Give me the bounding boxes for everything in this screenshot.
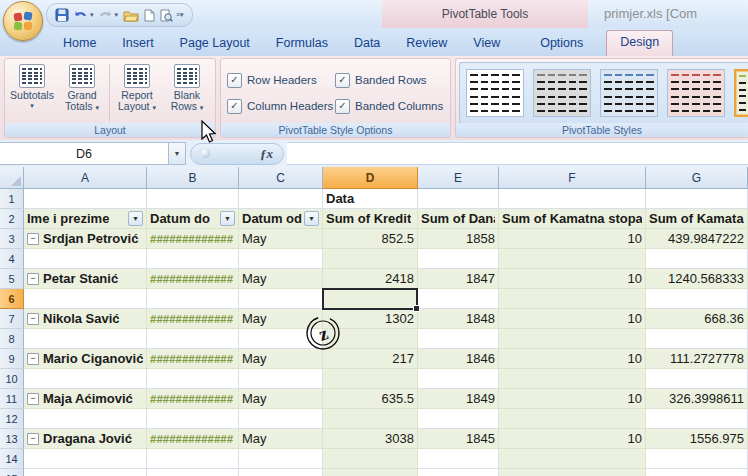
grid-cell-D10[interactable] (323, 369, 418, 389)
open-icon[interactable] (123, 9, 139, 22)
grid-cell-B2[interactable]: Datum do▼ (147, 209, 239, 229)
grid-cell-F2[interactable]: Sum of Kamatna stopa (499, 209, 646, 229)
grid-cell-C1[interactable] (239, 189, 323, 209)
column-header-D[interactable]: D (323, 167, 418, 189)
grand-totals-button[interactable]: Grand Totals ▾ (57, 61, 107, 125)
grid-cell-G5[interactable]: 1240.568333 (646, 269, 748, 289)
grid-cell-E3[interactable]: 1858 (418, 229, 499, 249)
grid-cell-G6[interactable] (646, 289, 748, 309)
grid-cell-F7[interactable]: 10 (499, 309, 646, 329)
column-headers-checkbox-item[interactable]: ✓ Column Headers (227, 93, 335, 119)
grid-cell-C14[interactable] (239, 449, 323, 469)
style-thumbnail-style-blue[interactable] (600, 69, 658, 117)
tab-formulas[interactable]: Formulas (263, 31, 341, 56)
grid-cell-C3[interactable]: May (239, 229, 323, 249)
grid-cell-F3[interactable]: 10 (499, 229, 646, 249)
grid-cell-G10[interactable] (646, 369, 748, 389)
grid-cell-B8[interactable] (147, 329, 239, 349)
blank-rows-button[interactable]: Blank Rows ▾ (162, 61, 212, 125)
banded-rows-checkbox-item[interactable]: ✓ Banded Rows (335, 67, 453, 93)
grid-cell-C11[interactable]: May (239, 389, 323, 409)
grid-cell-A1[interactable] (24, 189, 147, 209)
grid-cell-F15[interactable] (499, 469, 646, 476)
grid-cell-E7[interactable]: 1848 (418, 309, 499, 329)
grid-cell-F12[interactable] (499, 409, 646, 429)
tab-data[interactable]: Data (341, 31, 393, 56)
filter-dropdown-button[interactable]: ▼ (304, 211, 319, 226)
grid-cell-D12[interactable] (323, 409, 418, 429)
grid-cell-B3[interactable]: ############# (147, 229, 239, 249)
grid-cell-F14[interactable] (499, 449, 646, 469)
grid-cell-G12[interactable] (646, 409, 748, 429)
grid-cell-F13[interactable]: 10 (499, 429, 646, 449)
grid-cell-D13[interactable]: 3038 (323, 429, 418, 449)
grid-cell-D2[interactable]: Sum of Kredit (323, 209, 418, 229)
grid-cell-A9[interactable]: −Mario Ciganović (24, 349, 147, 369)
banded-rows-checkbox[interactable]: ✓ (335, 73, 350, 88)
grid-cell-B10[interactable] (147, 369, 239, 389)
row-header-2[interactable]: 2 (0, 209, 24, 229)
redo-dropdown-icon[interactable]: ▾ (115, 11, 119, 19)
tab-view[interactable]: View (460, 31, 513, 56)
grid-cell-E14[interactable] (418, 449, 499, 469)
grid-cell-F9[interactable]: 10 (499, 349, 646, 369)
grid-cell-A13[interactable]: −Dragana Jović (24, 429, 147, 449)
grid-cell-F1[interactable] (499, 189, 646, 209)
row-header-1[interactable]: 1 (0, 189, 24, 209)
grid-cell-B11[interactable]: ############# (147, 389, 239, 409)
save-icon[interactable] (55, 8, 69, 22)
row-header-6[interactable]: 6 (0, 289, 24, 309)
row-header-5[interactable]: 5 (0, 269, 24, 289)
row-header-13[interactable]: 13 (0, 429, 24, 449)
grid-cell-E11[interactable]: 1849 (418, 389, 499, 409)
tab-options[interactable]: Options (527, 31, 596, 56)
grid-cell-E6[interactable] (418, 289, 499, 309)
grid-cell-C12[interactable] (239, 409, 323, 429)
grid-cell-B6[interactable] (147, 289, 239, 309)
grid-cell-C5[interactable]: May (239, 269, 323, 289)
name-box[interactable]: D6 (0, 142, 169, 165)
tab-home[interactable]: Home (50, 31, 109, 56)
tab-page-layout[interactable]: Page Layout (167, 31, 263, 56)
row-header-8[interactable]: 8 (0, 329, 24, 349)
grid-cell-G3[interactable]: 439.9847222 (646, 229, 748, 249)
formula-input[interactable] (287, 142, 748, 165)
grid-cell-B15[interactable] (147, 469, 239, 476)
undo-icon[interactable] (74, 9, 87, 21)
tab-design[interactable]: Design (606, 30, 673, 56)
style-thumbnail-style-green[interactable] (734, 69, 748, 117)
grid-cell-D5[interactable]: 2418 (323, 269, 418, 289)
grid-cell-A7[interactable]: −Nikola Savić (24, 309, 147, 329)
banded-columns-checkbox-item[interactable]: ✓ Banded Columns (335, 93, 453, 119)
collapse-button[interactable]: − (27, 433, 39, 445)
new-document-icon[interactable] (144, 9, 155, 22)
style-thumbnail-style-none[interactable] (466, 69, 524, 117)
grid-cell-A15[interactable] (24, 469, 147, 476)
grid-cell-A10[interactable] (24, 369, 147, 389)
grid-cell-F10[interactable] (499, 369, 646, 389)
row-headers-checkbox[interactable]: ✓ (227, 73, 242, 88)
filter-dropdown-button[interactable]: ▼ (128, 211, 143, 226)
tab-insert[interactable]: Insert (109, 31, 166, 56)
grid-cell-B14[interactable] (147, 449, 239, 469)
row-header-7[interactable]: 7 (0, 309, 24, 329)
grid-cell-B7[interactable]: ############# (147, 309, 239, 329)
style-thumbnail-style-gray[interactable] (533, 69, 591, 117)
collapse-button[interactable]: − (27, 313, 39, 325)
grid-cell-C13[interactable]: May (239, 429, 323, 449)
grid-cell-B1[interactable] (147, 189, 239, 209)
grid-cell-A11[interactable]: −Maja Aćimović (24, 389, 147, 409)
column-headers-checkbox[interactable]: ✓ (227, 99, 242, 114)
column-header-E[interactable]: E (418, 167, 499, 189)
column-header-A[interactable]: A (24, 167, 147, 189)
pivottable-styles-gallery[interactable] (459, 62, 748, 124)
grid-cell-B9[interactable]: ############# (147, 349, 239, 369)
fill-handle[interactable] (413, 305, 420, 312)
office-button[interactable] (3, 1, 43, 41)
grid-cell-G7[interactable]: 668.36 (646, 309, 748, 329)
grid-cell-G14[interactable] (646, 449, 748, 469)
column-header-F[interactable]: F (499, 167, 646, 189)
grid-cell-D3[interactable]: 852.5 (323, 229, 418, 249)
grid-cell-E2[interactable]: Sum of Dana (418, 209, 499, 229)
grid-cell-A8[interactable] (24, 329, 147, 349)
